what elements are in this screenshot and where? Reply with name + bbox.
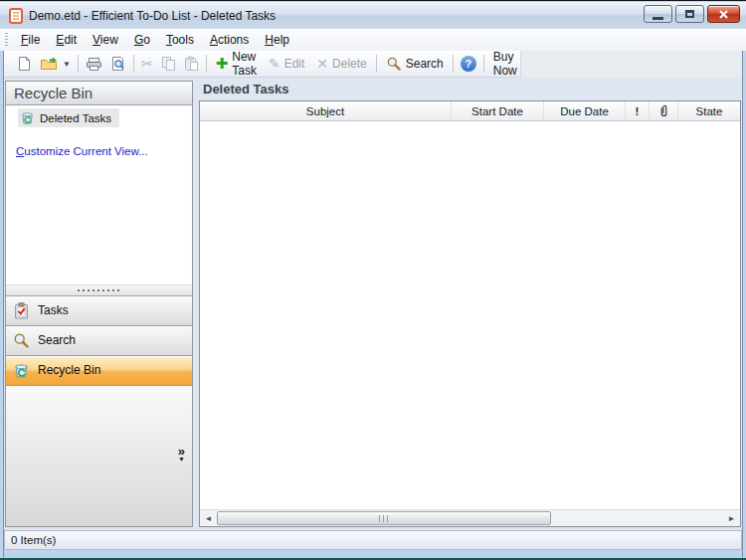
sidebar-header-title: Recycle Bin [14, 85, 93, 101]
minimize-icon [653, 17, 663, 20]
print-preview-icon [110, 56, 126, 72]
copy-icon [161, 56, 176, 72]
recycle-bin-icon [20, 110, 35, 125]
open-file-button[interactable]: ▼ [36, 55, 75, 74]
column-due-date[interactable]: Due Date [544, 101, 626, 120]
toolbar-separator [78, 55, 79, 73]
main-panel: Deleted Tasks Subject Start Date Due Dat… [199, 78, 741, 527]
cut-icon: ✂ [141, 57, 153, 71]
status-bar: 0 Item(s) [4, 530, 742, 550]
toolbar-separator [206, 55, 207, 73]
column-attachment[interactable] [650, 101, 678, 120]
window-border-right [742, 29, 743, 558]
column-state[interactable]: State [678, 101, 740, 120]
minimize-button[interactable] [644, 5, 672, 23]
window-title: Demo.etd - Efficient To-Do List - Delete… [29, 9, 276, 23]
column-priority[interactable]: ! [626, 101, 650, 120]
menu-help[interactable]: Help [257, 30, 297, 50]
toolbar-separator [483, 55, 484, 73]
column-subject[interactable]: Subject [200, 101, 452, 120]
sidebar-header: Recycle Bin [6, 82, 192, 105]
nav-button-search[interactable]: Search [6, 326, 192, 356]
edit-pencil-icon: ✎ [269, 57, 280, 71]
scrollbar-thumb[interactable] [217, 511, 551, 525]
menu-file[interactable]: File [13, 30, 48, 50]
search-label: Search [406, 57, 444, 71]
app-icon [9, 8, 23, 24]
nav-recycle-bin-label: Recycle Bin [38, 363, 100, 377]
buy-now-button[interactable]: Buy Now [487, 48, 523, 80]
task-list-view: Subject Start Date Due Date ! State ◄ [199, 100, 741, 527]
paste-button [180, 54, 203, 74]
window-controls [644, 5, 740, 23]
menu-view[interactable]: View [85, 30, 126, 50]
scrollbar-grip-icon [379, 515, 388, 522]
tree-item-deleted-tasks[interactable]: Deleted Tasks [18, 108, 119, 127]
menubar-grip[interactable] [5, 33, 8, 47]
customize-current-view-link[interactable]: Customize Current View... [16, 145, 148, 157]
nav-button-recycle-bin[interactable]: Recycle Bin [6, 356, 192, 386]
search-button[interactable]: Search [380, 54, 450, 74]
toolbar-band: ▼ ✂ [4, 51, 521, 78]
delete-label: Delete [332, 57, 367, 71]
toolbar-separator [453, 55, 454, 73]
item-count-label: 0 Item(s) [11, 534, 56, 546]
close-icon [719, 10, 728, 19]
chevron-right-icon: » [178, 448, 185, 456]
help-icon: ? [461, 56, 476, 72]
print-preview-button[interactable] [106, 54, 130, 74]
edit-task-button: ✎ Edit [263, 55, 310, 73]
new-task-plus-icon: ✚ [216, 57, 229, 71]
task-list-empty-body[interactable] [200, 121, 740, 509]
new-file-button[interactable] [13, 54, 36, 74]
menu-bar: File Edit View Go Tools Actions Help [0, 29, 746, 51]
column-start-date[interactable]: Start Date [452, 101, 544, 120]
nav-button-tasks[interactable]: Tasks [6, 296, 192, 326]
menu-go[interactable]: Go [126, 30, 158, 50]
client-area: Recycle Bin Deleted Tasks Customize Curr [4, 78, 742, 550]
copy-button [157, 54, 180, 74]
open-dropdown-arrow-icon[interactable]: ▼ [63, 60, 71, 69]
nav-search-label: Search [38, 333, 76, 347]
nav-splitter-handle[interactable] [6, 284, 192, 296]
menu-edit[interactable]: Edit [48, 30, 85, 50]
title-bar[interactable]: Demo.etd - Efficient To-Do List - Delete… [0, 2, 746, 29]
search-icon [13, 332, 30, 349]
horizontal-scrollbar: ◄ ► [200, 509, 740, 526]
nav-tasks-label: Tasks [38, 303, 69, 317]
cut-button: ✂ [137, 55, 157, 73]
print-icon [86, 57, 102, 72]
open-file-icon [40, 57, 58, 72]
delete-task-button: ✕ Delete [310, 55, 372, 73]
search-magnifier-icon [386, 56, 402, 72]
scrollbar-track[interactable] [217, 510, 723, 526]
nav-footer: » ▼ [6, 386, 192, 527]
recycle-bin-icon [13, 362, 30, 379]
chevron-down-icon: ▼ [178, 456, 185, 464]
scroll-left-button[interactable]: ◄ [200, 510, 217, 526]
column-header-row: Subject Start Date Due Date ! State [200, 101, 740, 121]
buy-now-label: Buy Now [493, 50, 517, 78]
print-button[interactable] [82, 55, 106, 74]
maximize-button[interactable] [675, 5, 704, 23]
new-document-icon [17, 56, 32, 72]
scroll-right-button[interactable]: ► [723, 510, 740, 526]
paste-icon [184, 56, 199, 72]
tasks-icon [13, 302, 30, 319]
menu-tools[interactable]: Tools [158, 30, 202, 50]
nav-options-button[interactable]: » ▼ [178, 448, 185, 464]
folder-tree: Deleted Tasks Customize Current View... [6, 105, 192, 284]
toolbar-separator [133, 55, 134, 73]
new-task-label: New Task [232, 50, 257, 78]
splitter-dots-icon [78, 289, 121, 291]
menu-actions[interactable]: Actions [202, 30, 257, 50]
toolbar-separator [376, 55, 377, 73]
tree-row: Deleted Tasks [6, 108, 192, 129]
new-task-button[interactable]: ✚ New Task [210, 48, 263, 80]
close-button[interactable] [707, 5, 740, 23]
help-button[interactable]: ? [457, 54, 480, 74]
maximize-icon [685, 10, 694, 18]
app-window: Demo.etd - Efficient To-Do List - Delete… [0, 0, 746, 560]
sidebar: Recycle Bin Deleted Tasks Customize Curr [5, 81, 193, 527]
edit-label: Edit [284, 57, 305, 71]
